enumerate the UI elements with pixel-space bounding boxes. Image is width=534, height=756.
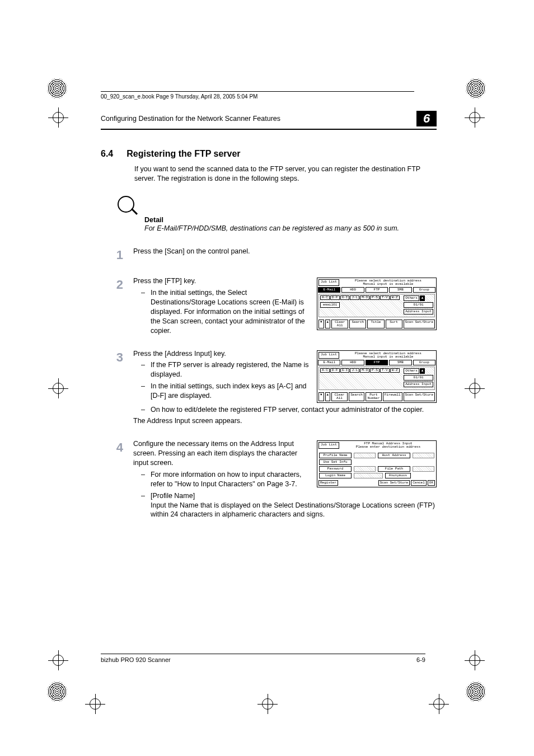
ss-others-button: Others <box>404 295 419 301</box>
ss-title-button: Title <box>367 320 384 328</box>
step-text: Press the [Address Input] key. <box>133 349 309 359</box>
step-sub-text: In the initial settings, such index keys… <box>151 382 309 401</box>
ss-index-key: D-F <box>330 368 340 373</box>
step-text: Press the [Scan] on the control panel. <box>133 247 437 264</box>
dash: – <box>141 491 145 520</box>
ss-index-key: G-I <box>340 295 350 300</box>
ss-index-key: T-V <box>380 368 390 373</box>
ss-anonymous-button: Anonymous <box>385 473 411 478</box>
section-intro: If you want to send the scanned data to … <box>134 165 437 184</box>
crop-register-mark <box>465 378 485 398</box>
ss-joblist-button: Job List <box>318 352 339 359</box>
ss-use-set-button: Use Set Info <box>319 459 352 465</box>
crop-register-mark <box>85 694 105 714</box>
crop-rosette <box>47 78 67 98</box>
ss-password-button: Password <box>319 466 352 472</box>
ss-search-button: Search <box>349 392 365 401</box>
ss-tab-ftp: FTP <box>366 360 388 365</box>
ss-field <box>413 453 434 458</box>
ss-sort-button: Sort <box>386 320 402 328</box>
crop-register-mark <box>465 107 485 128</box>
ss-search-button: Search <box>349 320 366 328</box>
ss-index-key: T-V <box>380 295 390 300</box>
ss-destination-entry: email01 <box>320 302 340 308</box>
ss-up-icon: ▲ <box>325 320 331 328</box>
step-number: 2 <box>101 276 123 335</box>
step-tail-text: The Address Input screen appears. <box>133 416 437 426</box>
step-4: 4 Configure the necessary items on the A… <box>101 439 437 519</box>
ss-down-icon: ▼ <box>318 320 324 328</box>
ss-register-button: Register <box>318 480 338 486</box>
ss-index-key: A-C <box>320 295 330 300</box>
ss-index-key: J-L <box>350 295 359 300</box>
crop-rosette <box>466 78 486 98</box>
crop-register-mark <box>48 107 68 128</box>
page-content: Configuring Destination for the Network … <box>101 78 437 519</box>
detail-icon-row <box>118 196 437 213</box>
step-text: Press the [FTP] key. <box>133 276 309 286</box>
dash: – <box>141 470 145 489</box>
step-sub-text: If the FTP server is already registered,… <box>151 360 309 379</box>
ui-screenshot-select-ftp: Job List Please select destination addre… <box>317 350 437 403</box>
ss-index-key: M-O <box>360 368 369 373</box>
ss-index-key: P-S <box>370 368 380 373</box>
step-number: 3 <box>101 349 123 426</box>
ss-joblist-button: Job List <box>318 279 339 286</box>
detail-label: Detail <box>144 216 437 224</box>
ss-tab-group: Group <box>413 287 435 293</box>
ss-index-key: P-S <box>370 295 380 300</box>
ss-cancel-button: Cancel <box>411 480 427 486</box>
ss-store-button: Scan Set/Store <box>404 320 435 328</box>
ss-login-name-button: Login Name <box>319 473 352 478</box>
ui-screenshot-address-input: Job List FTP Manual Address Input Please… <box>317 440 437 487</box>
step-number: 4 <box>101 439 123 519</box>
ss-profile-name-button: Profile Name <box>319 453 352 458</box>
crop-rosette <box>47 682 67 702</box>
ss-index-key: A-C <box>320 368 330 373</box>
dash: – <box>141 382 145 401</box>
ss-field <box>354 473 383 478</box>
step-number: 1 <box>101 247 123 264</box>
crop-register-mark <box>48 378 68 398</box>
step-1: 1 Press the [Scan] on the control panel. <box>101 247 437 264</box>
ss-index-key: M-O <box>360 295 369 300</box>
ss-host-address-button: Host Address <box>378 453 410 458</box>
dash: – <box>141 360 145 379</box>
crop-register-mark <box>465 650 485 670</box>
ss-tab-smb: SMB <box>389 287 411 293</box>
ss-store-button: Scan Set/Store <box>404 392 435 401</box>
ss-tab-ftp: FTP <box>366 287 388 293</box>
step-2: 2 Press the [FTP] key. –In the initial s… <box>101 276 437 335</box>
footer-product: bizhub PRO 920 Scanner <box>101 656 171 663</box>
ss-tab-email: E-Mail <box>318 360 340 365</box>
section-number: 6.4 <box>101 149 113 159</box>
ss-tab-hdd: HDD <box>341 287 364 293</box>
ss-tab-hdd: HDD <box>341 360 364 365</box>
crop-rosette <box>466 682 486 702</box>
step-sub-text: In the initial settings, the Select Dest… <box>151 288 309 335</box>
ss-page-indicator: 01/01 <box>404 375 433 381</box>
step-sub-text: For more information on how to input cha… <box>151 470 309 489</box>
ss-joblist-button: Job List <box>318 442 339 449</box>
ss-field <box>354 466 376 472</box>
detail-block: Detail For E-Mail/FTP/HDD/SMB, destinati… <box>144 216 437 233</box>
section-title: Registering the FTP server <box>127 149 240 159</box>
ui-screenshot-select-email: Job List Please select destination addre… <box>317 278 437 330</box>
ss-file-path-button: File Path <box>378 466 410 472</box>
dash: – <box>141 405 145 415</box>
ss-index-key: W-Z <box>390 295 400 300</box>
ss-tab-smb: SMB <box>389 360 411 365</box>
ss-down-icon: ▼ <box>318 392 324 401</box>
step-sub-label: [Profile Name] <box>151 492 195 500</box>
ss-others-button: Others <box>404 368 419 374</box>
ss-index-key: W-Z <box>390 368 400 373</box>
ss-index-key: G-I <box>340 368 350 373</box>
ss-message: Please enter destination address <box>340 445 436 449</box>
running-header: Configuring Destination for the Network … <box>101 111 437 130</box>
footer-page-number: 6-9 <box>416 656 425 663</box>
ss-message: Manual input is available <box>340 355 436 359</box>
ss-up-icon: ▲ <box>325 392 331 401</box>
running-title: Configuring Destination for the Network … <box>101 115 410 123</box>
ss-tab-email: E-Mail <box>318 287 340 293</box>
step-text: Configure the necessary items on the Add… <box>133 439 309 468</box>
